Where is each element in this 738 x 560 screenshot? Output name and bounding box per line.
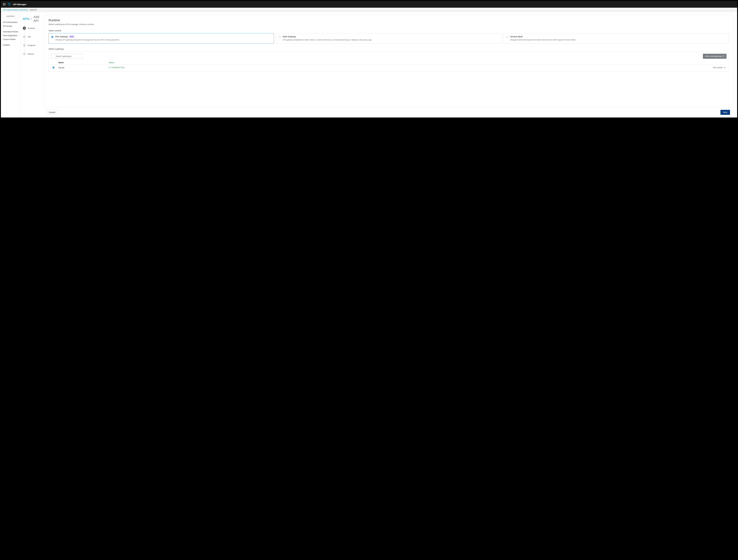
wizard-step-endpoint[interactable]: Endpoint [23,43,44,47]
wizard-step-label: Runtime [28,27,35,29]
radio-icon [506,36,508,38]
sidebar: SANDBOX API Administration API Groups Au… [1,12,20,117]
row-radio-icon[interactable] [52,66,55,69]
radio-icon [279,36,281,38]
select-gateway-label: Select a gateway [49,48,729,50]
column-header-name: Name [58,61,109,64]
wizard-step-label: API [28,36,31,38]
section-heading: Runtime [49,18,729,22]
step-connector [24,30,44,34]
sidebar-item-api-groups[interactable]: API Groups [1,24,20,28]
gateway-status-cell: CONNECTED [111,66,124,69]
gateway-panel: Add a new gateway Name Status my-gw [49,51,729,72]
runtime-option-title: Mule Gateway [283,35,296,38]
select-runtime-label: Select runtime [49,29,729,32]
hamburger-menu-icon[interactable] [3,3,6,5]
runtime-step-icon [23,27,26,30]
step-connector [24,47,44,52]
topbar: API Manager [1,1,737,8]
wizard-step-api[interactable]: API [23,34,44,39]
external-link-icon [723,55,724,57]
step-connector [24,39,44,43]
page-title-parent-link[interactable]: APIs [23,17,29,21]
sidebar-item-api-administration[interactable]: API Administration [1,20,20,24]
main-panel: Runtime Before selecting an API to manag… [44,12,737,117]
review-step-icon [23,52,26,55]
wizard-footer: Cancel Next [44,107,734,117]
wizard-step-review[interactable]: Review [23,52,44,56]
product-logo-icon [8,3,11,6]
gateway-table: Name Status my-gw CONNECTED View deta [51,60,726,70]
sidebar-item-custom-policies[interactable]: Custom Policies [1,37,20,41]
add-gateway-button[interactable]: Add a new gateway [703,54,726,59]
runtime-option-desc: API gateway embedded in Mule runtime. Co… [283,39,372,41]
title-separator: / [31,17,32,21]
runtime-option-mule-gateway[interactable]: Mule Gateway API gateway embedded in Mul… [276,33,501,44]
runtime-option-flex-gateway[interactable]: Flex Gateway NEW Ultrafast API gateway d… [49,33,274,44]
environment-selector[interactable]: SANDBOX [3,14,18,18]
page-title-current: Add API [33,15,44,23]
sidebar-item-analytics[interactable]: Analytics [1,43,20,47]
svg-rect-1 [24,45,25,45]
section-subtext: Before selecting an API to manage, choos… [49,23,729,25]
view-details-label: View details [713,66,723,69]
app-title: API Manager [13,3,26,6]
new-badge: NEW [69,36,74,38]
svg-rect-2 [24,45,25,46]
breadcrumb-current: Add API [30,9,37,11]
external-link-icon [724,67,725,68]
radio-icon [51,36,53,38]
endpoint-step-icon [23,44,26,47]
content-card: Runtime Before selecting an API to manag… [44,15,734,107]
next-button[interactable]: Next [720,110,730,115]
runtime-option-service-mesh[interactable]: Service Mesh Manage Kubernetes-based non… [503,33,729,44]
wizard-step-label: Review [28,53,34,55]
status-indicator-icon [109,67,110,68]
runtime-option-title: Service Mesh [510,35,523,38]
add-gateway-button-label: Add a new gateway [705,55,722,57]
sidebar-item-client-applications[interactable]: Client Applications [1,34,20,37]
column-header-status: Status [109,61,725,64]
app-frame: API Manager API Administration (Sandbox)… [1,1,737,117]
runtime-option-desc: Ultrafast API gateway designed to manage… [55,39,120,41]
cancel-button[interactable]: Cancel [46,110,58,115]
gateway-table-row[interactable]: my-gw CONNECTED View details [51,65,726,70]
wizard-step-label: Endpoint [28,44,35,46]
page-title-breadcrumb: APIs / Add API [23,15,44,23]
gateway-search-input[interactable] [51,54,83,59]
breadcrumb-bar: API Administration (Sandbox) Add API [1,8,737,12]
stepper-column: APIs / Add API Runtime API [20,12,44,117]
runtime-option-title: Flex Gateway [55,35,68,38]
gateway-name-cell: my-gw [58,66,109,69]
api-step-icon [23,35,26,38]
sidebar-item-automated-policies[interactable]: Automated Policies [1,30,20,34]
wizard-step-runtime[interactable]: Runtime [23,26,44,30]
breadcrumb-link[interactable]: API Administration (Sandbox) [3,9,28,11]
runtime-options-row: Flex Gateway NEW Ultrafast API gateway d… [49,33,729,44]
runtime-option-desc: Manage Kubernetes-based non-Mule microse… [510,39,576,41]
view-details-link[interactable]: View details [713,66,725,69]
